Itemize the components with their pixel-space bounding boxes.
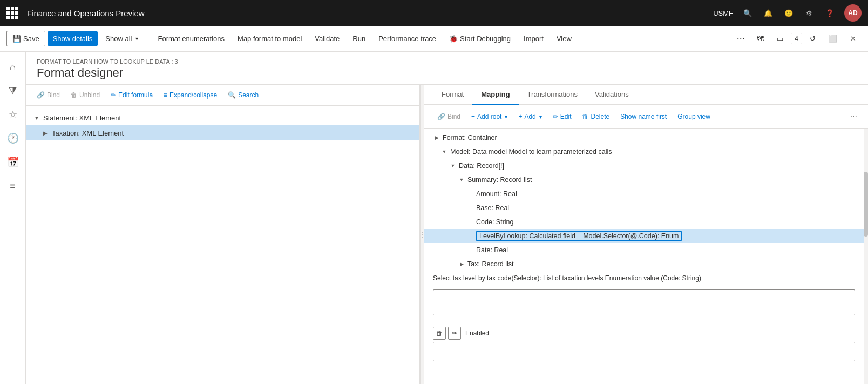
map-toggle [466, 232, 474, 240]
tree-toggle: ▶ [41, 129, 50, 137]
cmd-close-icon[interactable]: ✕ [845, 31, 862, 46]
format-enumerations-button[interactable]: Format enumerations [153, 31, 230, 46]
pane-divider[interactable]: ⋮ [420, 85, 424, 384]
tree-item[interactable]: ▼ Statement: XML Element [26, 110, 419, 125]
edit-formula-button[interactable]: ✏ Edit formula [106, 89, 157, 101]
bell-icon[interactable]: 🔔 [762, 7, 774, 19]
add-button[interactable]: + Add ▾ [514, 111, 546, 123]
page-subtitle: FORMAT TO LEARN HOW TO LOOKUP LE DATA : … [37, 58, 857, 65]
show-all-button[interactable]: Show all ▾ [100, 31, 143, 46]
edit-button[interactable]: ✏ Edit [548, 111, 576, 123]
map-item[interactable]: ▼ Model: Data model Model to learn param… [424, 145, 864, 159]
cmd-map-icon[interactable]: 🗺 [751, 31, 769, 46]
emoji-icon[interactable]: 🙂 [783, 7, 795, 19]
validate-button[interactable]: Validate [309, 31, 345, 46]
plus-icon-2: + [518, 113, 522, 120]
chevron-down-icon: ▾ [505, 114, 507, 120]
map-toggle: ▼ [440, 148, 448, 156]
map-item[interactable]: ▶ Tax: Record list [424, 257, 864, 271]
pencil-icon: ✏ [111, 91, 116, 99]
start-debugging-button[interactable]: 🐞 Start Debugging [444, 31, 516, 46]
map-item[interactable]: Code: String [424, 215, 864, 229]
enabled-label: Enabled [465, 329, 489, 337]
tab-transformations[interactable]: Transformations [519, 85, 586, 105]
enabled-input[interactable] [433, 342, 855, 361]
bind-button[interactable]: 🔗 Bind [32, 89, 64, 101]
map-toggle [466, 246, 474, 254]
cmd-panel-icon[interactable]: ▭ [771, 31, 789, 46]
top-bar: Finance and Operations Preview USMF 🔍 🔔 … [0, 0, 868, 26]
performance-trace-button[interactable]: Performance trace [373, 31, 442, 46]
link-icon-mapping: 🔗 [437, 113, 445, 120]
help-icon[interactable]: ❓ [824, 7, 836, 19]
map-item[interactable]: ▼ Summary: Record list [424, 173, 864, 187]
scrollbar-thumb[interactable] [864, 172, 868, 237]
map-item[interactable]: ▼ Data: Record[!] [424, 159, 864, 173]
unbind-button[interactable]: 🗑 Unbind [66, 89, 104, 101]
map-item[interactable]: ▶ Format: Container [424, 131, 864, 145]
mapping-toolbar: 🔗 Bind + Add root ▾ + Add ▾ ✏ [424, 105, 868, 129]
app-grid-icon[interactable] [6, 7, 18, 19]
search-icon[interactable]: 🔍 [742, 7, 754, 19]
trash-icon: 🗑 [71, 91, 77, 99]
mapping-more-button[interactable]: ··· [848, 110, 859, 124]
cmd-badge-icon[interactable]: 4 [791, 33, 802, 44]
view-button[interactable]: View [551, 31, 577, 46]
nav-star-icon[interactable]: ☆ [2, 104, 24, 125]
enabled-label-row: 🗑 ✏ Enabled [433, 327, 855, 340]
map-toggle [466, 218, 474, 226]
map-toggle [466, 204, 474, 212]
run-button[interactable]: Run [347, 31, 371, 46]
tab-format[interactable]: Format [433, 85, 472, 105]
nav-calendar-icon[interactable]: 📅 [2, 151, 24, 173]
cmd-expand-icon[interactable]: ⬜ [823, 31, 843, 46]
top-bar-right: USMF 🔍 🔔 🙂 ⚙ ❓ AD [713, 4, 862, 22]
show-name-first-button[interactable]: Show name first [616, 111, 671, 123]
formula-textarea[interactable] [433, 289, 855, 315]
group-view-button[interactable]: Group view [673, 111, 715, 123]
page-title: Format designer [37, 66, 857, 80]
formula-icons: 🗑 ✏ [433, 327, 461, 340]
tree-item[interactable]: ▶ Taxation: XML Element [26, 125, 419, 140]
plus-icon: + [471, 113, 475, 120]
tree-item-text: Taxation: XML Element [52, 129, 124, 137]
save-icon: 💾 [12, 35, 21, 43]
show-details-button[interactable]: Show details [48, 31, 98, 46]
cmd-refresh-icon[interactable]: ↺ [804, 31, 821, 46]
add-root-button[interactable]: + Add root ▾ [467, 111, 512, 123]
map-format-to-model-button[interactable]: Map format to model [232, 31, 307, 46]
mapping-content: ▶ Format: Container ▼ Model: Data model … [424, 129, 868, 384]
command-bar: 💾 Save Show details Show all ▾ Format en… [0, 26, 868, 52]
save-button[interactable]: 💾 Save [6, 31, 45, 46]
expand-collapse-button[interactable]: ≡ Expand/collapse [159, 89, 221, 101]
map-item[interactable]: Rate: Real [424, 243, 864, 257]
user-label: USMF [713, 9, 733, 17]
app-title: Finance and Operations Preview [27, 9, 709, 18]
separator-1 [148, 32, 148, 45]
map-item-highlighted[interactable]: LevelByLookup: Calculated field = Model.… [424, 229, 864, 243]
import-button[interactable]: Import [518, 31, 549, 46]
search-icon-small: 🔍 [228, 91, 236, 99]
page-header: FORMAT TO LEARN HOW TO LOOKUP LE DATA : … [26, 52, 868, 85]
edit-formula-button-enabled[interactable]: ✏ [448, 327, 461, 340]
delete-button[interactable]: 🗑 Delete [578, 111, 614, 123]
mapping-bind-button[interactable]: 🔗 Bind [433, 111, 465, 123]
tab-mapping[interactable]: Mapping [472, 85, 518, 105]
map-item[interactable]: Amount: Real [424, 187, 864, 201]
tab-validations[interactable]: Validations [586, 85, 638, 105]
search-button[interactable]: 🔍 Search [223, 89, 263, 101]
scrollbar-track[interactable] [864, 129, 868, 384]
expand-icon: ≡ [164, 91, 167, 99]
settings-icon[interactable]: ⚙ [803, 7, 815, 19]
nav-clock-icon[interactable]: 🕐 [2, 127, 24, 149]
left-nav: ⌂ ⧩ ☆ 🕐 📅 ≡ [0, 52, 26, 384]
delete-formula-button[interactable]: 🗑 [433, 327, 446, 340]
avatar[interactable]: AD [844, 4, 862, 22]
cmd-right: ··· 🗺 ▭ 4 ↺ ⬜ ✕ [733, 31, 862, 46]
cmd-more-btn[interactable]: ··· [733, 33, 749, 44]
nav-list-icon[interactable]: ≡ [2, 175, 24, 197]
nav-home-icon[interactable]: ⌂ [2, 56, 24, 78]
map-item[interactable]: Base: Real [424, 201, 864, 215]
nav-filter-icon[interactable]: ⧩ [2, 80, 24, 102]
main-content: FORMAT TO LEARN HOW TO LOOKUP LE DATA : … [26, 52, 868, 384]
